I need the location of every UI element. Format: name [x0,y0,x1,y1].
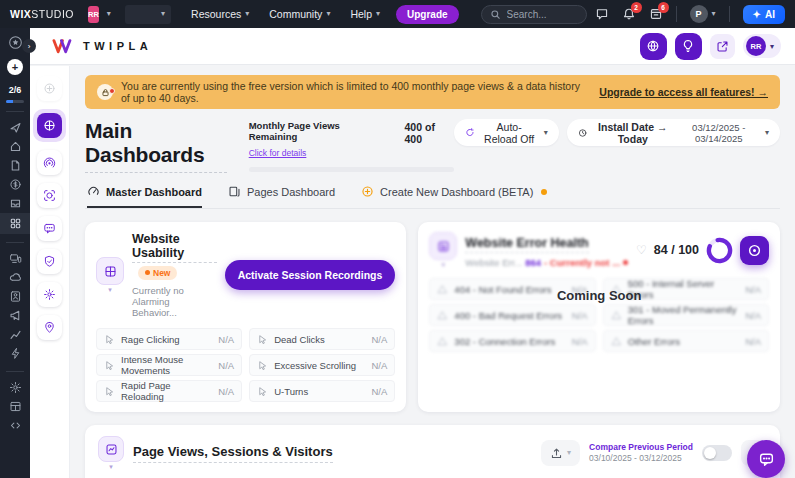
upgrade-button[interactable]: Upgrade [396,5,459,24]
page-views-section: ▾ Page Views, Sessions & Visitors ▾ Comp… [85,425,780,478]
sidebar-item-contacts[interactable] [0,287,30,306]
error-card-icon[interactable]: ▾ [429,232,457,268]
chevron-down-icon: ▾ [770,42,774,51]
sidebar-item-settings[interactable] [0,378,30,397]
twipla-logo-icon [52,39,74,54]
chevron-down-icon: ▾ [326,10,330,18]
auto-reload-dropdown[interactable]: Auto-Reload Off ▾ [454,119,559,146]
tab-pages-dashboard[interactable]: Pages Dashboard [228,185,335,208]
sidebar-item-automations[interactable] [0,344,30,363]
activate-session-recordings-button[interactable]: Activate Session Recordings [225,260,396,290]
notifications-button[interactable]: 2 [622,7,636,21]
website-usability-card: ▾ Website Usability New Currently no Ala… [85,222,406,412]
date-range-value: 03/12/2025 - 03/14/2025 [679,122,759,144]
menu-help[interactable]: Help▾ [344,8,386,20]
chevron-down-icon: ▾ [442,261,446,268]
compare-toggle[interactable] [702,445,732,461]
sidebar-item-dev-tools[interactable] [0,416,30,435]
metric-row[interactable]: Rage ClickingN/A [96,328,242,350]
sidebar-collapse-button[interactable]: › [22,39,36,53]
site-selector-dropdown[interactable]: ▾ [125,5,171,24]
sidebar-item-site[interactable] [0,249,30,268]
studio-logo-text: STUDIO [31,8,74,20]
sidebar-item-visitor-insights[interactable] [37,150,62,175]
metric-row[interactable]: U-TurnsN/A [249,380,395,402]
sidebar-item-marketing[interactable] [0,306,30,325]
wix-logo-text: WIX [10,8,31,20]
quota-block[interactable]: Monthly Page Views Remaining Click for d… [249,120,454,172]
screen: WIXSTUDIO RR ▾ ▾ Resources▾ Community▾ H… [0,0,795,478]
chevron-down-icon: ▾ [567,449,571,457]
section-icon[interactable]: ▾ [98,436,124,470]
record-button[interactable] [740,236,769,265]
quota-details-link[interactable]: Click for details [249,148,307,158]
sidebar-item-overview[interactable] [37,76,62,101]
metric-row: Other ErrorsN/A [603,330,769,352]
language-button[interactable] [640,33,667,60]
export-button[interactable]: ▾ [541,440,580,466]
account-menu[interactable]: P ▾ [690,5,716,23]
inbox-button[interactable]: 6 [649,7,663,21]
metric-row[interactable]: Intense Mouse MovementsN/A [96,354,242,376]
quota-label: Monthly Page Views Remaining [249,120,387,142]
sidebar-item-release[interactable] [0,118,30,137]
twipla-account-menu[interactable]: RR ▾ [743,34,781,58]
date-range-dropdown[interactable]: Install Date → Today 03/12/2025 - 03/14/… [567,119,780,146]
usability-card-icon[interactable]: ▾ [96,257,124,293]
health-heart-icon: ♡ [636,244,647,256]
beta-dot [541,189,547,195]
setup-progress-label[interactable]: 2/6 [9,85,22,95]
sidebar-item-dashboards-active[interactable] [33,109,66,142]
clock-icon [578,127,587,139]
menu-label: Community [269,8,322,20]
sidebar-item-media[interactable] [0,268,30,287]
tab-label: Pages Dashboard [247,186,335,198]
card-subtitle: Website Err... 864 - Currently not ... [465,257,628,268]
sidebar-item-privacy[interactable] [37,249,62,274]
sidebar-item-apps[interactable] [0,213,30,234]
sidebar-item-documents[interactable] [0,156,30,175]
divider [729,6,730,22]
twipla-sidebar [30,66,70,478]
health-score-ring [706,237,733,264]
sidebar-item-visitor-location[interactable] [37,315,62,340]
sidebar-item-session-recordings[interactable] [37,183,62,208]
sidebar-item-content-manager[interactable] [0,397,30,416]
ai-button[interactable]: ✦ AI [743,5,785,24]
menu-resources[interactable]: Resources▾ [185,8,255,20]
metric-row[interactable]: Excessive ScrollingN/A [249,354,395,376]
sidebar-item-analytics[interactable] [0,325,30,344]
cursor-icon [257,334,268,345]
add-button[interactable]: + [7,59,23,75]
search-input[interactable] [507,9,578,20]
support-chat-button[interactable] [747,440,785,478]
workspace-badge[interactable]: RR [88,6,99,23]
wix-studio-logo[interactable]: WIXSTUDIO [10,8,74,20]
cursor-icon [257,360,268,371]
chevron-down-icon: ▾ [108,286,112,293]
feedback-button[interactable] [595,7,609,21]
open-external-button[interactable] [710,34,735,59]
health-score: 84 / 100 [654,243,699,257]
refresh-icon [465,126,475,139]
tips-button[interactable] [675,33,702,60]
search-box[interactable] [481,5,587,24]
sidebar-item-settings[interactable] [37,282,62,307]
warning-icon [437,336,448,347]
tab-master-dashboard[interactable]: Master Dashboard [87,185,202,208]
section-title: Page Views, Sessions & Visitors [133,444,333,463]
sidebar-item-inbox[interactable] [0,194,30,213]
sidebar-item-communication[interactable] [37,216,62,241]
metric-row[interactable]: Rapid Page ReloadingN/A [96,380,242,402]
warning-icon [611,336,622,347]
menu-community[interactable]: Community▾ [263,8,336,20]
wix-sidebar: + 2/6 [0,28,30,478]
metric-row[interactable]: Dead ClicksN/A [249,328,395,350]
tab-create-new-dashboard[interactable]: Create New Dashboard (BETA) [361,185,547,208]
chevron-down-icon: ▾ [109,463,113,470]
upgrade-link[interactable]: Upgrade to access all features! → [599,86,768,98]
chevron-down-icon[interactable]: ▾ [107,10,111,18]
brand-name: TWIPLA [83,40,152,52]
sidebar-item-home[interactable] [0,137,30,156]
sidebar-item-payments[interactable] [0,175,30,194]
